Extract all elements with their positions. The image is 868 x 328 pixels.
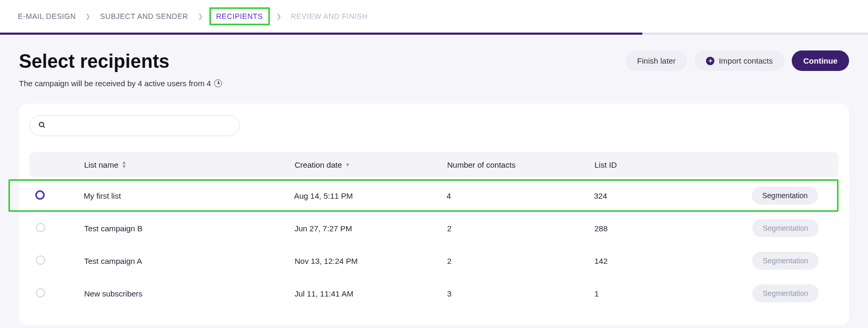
cell-creation-date: Jun 27, 7:27 PM (295, 224, 447, 233)
recipients-card: List name ▲▼ Creation date ▼ Number of c… (19, 104, 849, 325)
cell-contacts: 3 (447, 289, 594, 298)
sort-icon: ▲▼ (122, 160, 127, 169)
cell-list-id: 324 (594, 191, 752, 200)
breadcrumb: E-MAIL DESIGN ❯ SUBJECT AND SENDER ❯ REC… (0, 0, 868, 33)
segmentation-button[interactable]: Segmentation (752, 252, 819, 270)
cell-creation-date: Nov 13, 12:24 PM (295, 257, 447, 265)
row-radio[interactable] (36, 223, 45, 232)
step-recipients[interactable]: RECIPIENTS (209, 7, 270, 25)
cell-list-name: My first list (68, 191, 294, 200)
row-radio[interactable] (36, 288, 45, 298)
cell-list-name: Test campaign B (68, 224, 295, 233)
svg-line-1 (43, 126, 45, 127)
progress-fill (0, 33, 642, 35)
subtitle-text: The campaign will be received by 4 activ… (19, 79, 211, 88)
cell-contacts: 2 (447, 224, 594, 233)
row-radio[interactable] (36, 255, 45, 265)
segmentation-button[interactable]: Segmentation (752, 187, 818, 204)
clock-icon (214, 79, 222, 87)
cell-contacts: 2 (447, 257, 594, 265)
page-title: Select recipients (19, 50, 222, 73)
sort-desc-icon: ▼ (345, 162, 350, 168)
cell-creation-date: Jul 11, 11:41 AM (295, 289, 447, 298)
import-contacts-button[interactable]: + Import contacts (694, 50, 784, 71)
table-row[interactable]: Test campaign A Nov 13, 12:24 PM 2 142 S… (29, 244, 839, 277)
segmentation-button[interactable]: Segmentation (752, 284, 819, 302)
row-radio[interactable] (35, 190, 45, 200)
cell-list-id: 288 (594, 224, 752, 233)
svg-point-0 (39, 122, 44, 126)
search-input[interactable] (50, 121, 231, 130)
search-icon (38, 121, 46, 130)
cell-contacts: 4 (447, 191, 594, 200)
import-contacts-label: Import contacts (719, 56, 773, 65)
plus-circle-icon: + (706, 57, 714, 65)
col-creation-date[interactable]: Creation date ▼ (295, 160, 447, 169)
table-row[interactable]: My first list Aug 14, 5:11 PM 4 324 Segm… (8, 179, 839, 212)
col-list-id-label: List ID (594, 160, 617, 169)
chevron-right-icon: ❯ (198, 13, 203, 20)
cell-list-name: Test campaign A (68, 257, 295, 265)
col-list-id[interactable]: List ID (594, 160, 752, 169)
cell-list-id: 142 (594, 257, 752, 265)
table-header: List name ▲▼ Creation date ▼ Number of c… (29, 152, 839, 177)
cell-list-id: 1 (594, 289, 752, 298)
col-contacts[interactable]: Number of contacts (447, 160, 594, 169)
col-creation-date-label: Creation date (295, 160, 342, 169)
step-email-design[interactable]: E-MAIL DESIGN (15, 8, 79, 25)
search-input-wrapper[interactable] (29, 115, 240, 136)
cell-list-name: New subscribers (68, 289, 295, 298)
step-subject-sender[interactable]: SUBJECT AND SENDER (97, 8, 191, 25)
progress-track (0, 33, 868, 35)
chevron-right-icon: ❯ (276, 13, 281, 20)
continue-button[interactable]: Continue (792, 50, 849, 71)
segmentation-button[interactable]: Segmentation (752, 219, 819, 237)
col-list-name[interactable]: List name ▲▼ (68, 160, 295, 169)
chevron-right-icon: ❯ (85, 13, 90, 20)
col-contacts-label: Number of contacts (447, 160, 516, 169)
col-list-name-label: List name (84, 160, 118, 169)
table-row[interactable]: New subscribers Jul 11, 11:41 AM 3 1 Seg… (29, 277, 839, 310)
finish-later-button[interactable]: Finish later (625, 50, 687, 71)
cell-creation-date: Aug 14, 5:11 PM (294, 191, 447, 200)
page-subtitle: The campaign will be received by 4 activ… (19, 79, 222, 88)
step-review-finish: REVIEW AND FINISH (288, 8, 371, 25)
table-row[interactable]: Test campaign B Jun 27, 7:27 PM 2 288 Se… (29, 212, 839, 244)
